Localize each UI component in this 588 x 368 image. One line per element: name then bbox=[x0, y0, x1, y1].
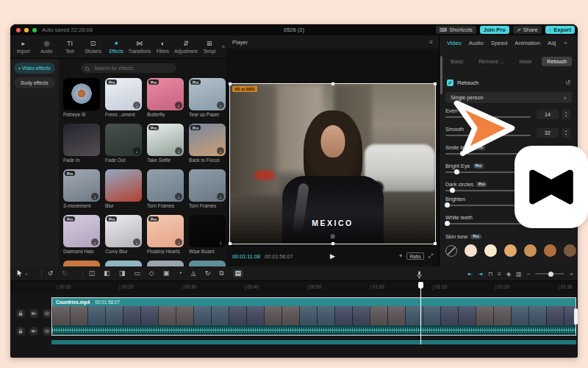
download-icon[interactable]: ↓ bbox=[217, 238, 224, 246]
zoom-in-button[interactable]: + bbox=[570, 271, 573, 277]
download-icon[interactable]: ↓ bbox=[175, 238, 182, 246]
tab-transitions[interactable]: ⋈Transitions bbox=[128, 40, 151, 54]
export-button[interactable]: ↑ Export bbox=[545, 26, 575, 34]
clip-trim-handle[interactable] bbox=[574, 308, 578, 325]
undo-button[interactable]: ↺ bbox=[48, 270, 54, 277]
effect-card[interactable]: ↓Fade Out bbox=[105, 124, 142, 166]
tab-adjustment[interactable]: ⇵Adjustment bbox=[174, 40, 198, 54]
slider-value[interactable]: 14 bbox=[537, 110, 559, 119]
inspector-tab-video[interactable]: Video bbox=[447, 40, 462, 46]
linking-button[interactable]: ≡ bbox=[498, 271, 501, 277]
play-button[interactable]: ▶ bbox=[330, 252, 335, 260]
effect-card[interactable]: Pro↓S-movement bbox=[63, 169, 100, 212]
fullscreen-icon[interactable]: ⤢ bbox=[429, 252, 433, 260]
download-icon[interactable]: ↓ bbox=[175, 102, 182, 109]
tab-templ[interactable]: ⊞Templ bbox=[198, 40, 221, 54]
effect-card[interactable]: Pro↓Tear up Paper bbox=[189, 78, 226, 121]
category-body-effects[interactable]: Body effects bbox=[14, 77, 55, 88]
zoom-slider-thumb[interactable] bbox=[548, 272, 553, 277]
preview-axis-button[interactable]: ▥ bbox=[516, 271, 522, 277]
slider-thumb[interactable] bbox=[454, 169, 459, 174]
search-input[interactable] bbox=[93, 65, 173, 71]
subtab-remove[interactable]: Remove ... bbox=[473, 57, 509, 66]
tab-stickers[interactable]: ⊡Stickers bbox=[82, 40, 105, 54]
microphone-icon[interactable] bbox=[416, 269, 423, 282]
delete-left-button[interactable]: ⇤ bbox=[468, 271, 473, 277]
download-icon[interactable]: ↓ bbox=[217, 102, 224, 109]
trim-right-tool[interactable]: ◨ bbox=[119, 270, 126, 277]
effect-card-partial[interactable] bbox=[189, 261, 226, 266]
retouch-checkbox[interactable]: ✓ bbox=[447, 79, 453, 86]
minimize-window-button[interactable] bbox=[24, 28, 29, 32]
lock-track-icon[interactable] bbox=[16, 309, 25, 318]
tab-text[interactable]: TIText bbox=[58, 40, 82, 54]
stepper-down-icon[interactable]: ▼ bbox=[564, 133, 567, 136]
download-icon[interactable]: ↓ bbox=[133, 238, 140, 246]
effect-card[interactable]: Pro↓Diamond Halo bbox=[63, 215, 100, 258]
skin-tone-swatch[interactable] bbox=[504, 244, 517, 257]
crop-tool[interactable]: ⧉ bbox=[219, 270, 223, 277]
effect-card[interactable]: Pro↓Freez...oment bbox=[105, 78, 142, 121]
reset-icon[interactable]: ↺ bbox=[565, 79, 570, 86]
effect-card[interactable]: ↓Torn Frames bbox=[147, 169, 184, 212]
join-pro-button[interactable]: Join Pro bbox=[480, 26, 509, 34]
redo-button[interactable]: ↻ bbox=[62, 270, 68, 277]
effect-card[interactable]: Pro↓Butterfly bbox=[147, 78, 184, 121]
value-stepper[interactable]: ▲▼ bbox=[562, 110, 570, 119]
download-icon[interactable]: ↓ bbox=[217, 147, 224, 155]
effect-card[interactable]: ↓Torn Frames bbox=[189, 169, 226, 212]
subtab-mask[interactable]: Mask bbox=[514, 57, 537, 66]
zoom-out-button[interactable]: − bbox=[527, 271, 531, 277]
mask-tool[interactable]: ◇ bbox=[149, 270, 154, 277]
overlay-tool[interactable]: ▣ bbox=[163, 270, 170, 277]
snapping-button[interactable]: ◈ bbox=[506, 271, 511, 277]
preview-quality-icon[interactable]: ⌖ bbox=[399, 252, 403, 260]
skin-tone-none-swatch[interactable] bbox=[445, 245, 457, 257]
tab-import[interactable]: ▸Import bbox=[12, 40, 35, 54]
record-tool[interactable]: ▤ bbox=[233, 269, 244, 277]
download-icon[interactable]: ↓ bbox=[91, 193, 98, 200]
download-icon[interactable]: ↓ bbox=[91, 238, 98, 246]
slider-thumb[interactable] bbox=[445, 202, 450, 208]
tab-audio[interactable]: ◎Audio bbox=[35, 40, 59, 54]
magnet-button[interactable]: ⊓ bbox=[488, 271, 492, 277]
cursor-tool-caret-icon[interactable]: ∨ bbox=[25, 272, 28, 276]
tab-filters[interactable]: ◐Filters bbox=[151, 40, 175, 54]
more-tabs-icon[interactable]: » bbox=[221, 43, 224, 50]
subtab-basic[interactable]: Basic bbox=[445, 57, 469, 66]
slider-thumb[interactable] bbox=[445, 221, 450, 226]
effect-card[interactable]: Blur bbox=[105, 169, 142, 212]
inspector-tab-adj[interactable]: Adj bbox=[548, 40, 556, 46]
timeline-zoom-slider[interactable] bbox=[535, 273, 564, 275]
lock-track-icon[interactable] bbox=[16, 327, 25, 336]
download-icon[interactable]: ↓ bbox=[133, 102, 140, 109]
maximize-window-button[interactable] bbox=[32, 28, 37, 32]
ratio-button[interactable]: Ratio bbox=[406, 252, 423, 260]
player-menu-icon[interactable]: ≡ bbox=[429, 39, 433, 46]
trim-left-tool[interactable]: ◧ bbox=[104, 270, 110, 277]
effect-card[interactable]: ↓Wipe Board bbox=[189, 215, 226, 258]
mute-track-icon[interactable] bbox=[29, 327, 38, 336]
mute-track-icon[interactable] bbox=[29, 309, 38, 318]
effect-card[interactable]: Fisheye III bbox=[63, 78, 100, 121]
inspector-tab-animation[interactable]: Animation bbox=[514, 40, 540, 46]
inspector-tab-audio[interactable]: Audio bbox=[469, 40, 484, 46]
effect-card[interactable]: Pro↓Back to Focus bbox=[189, 124, 226, 166]
video-preview[interactable]: AD at 0003 MEXICO ⊗ bbox=[229, 83, 436, 244]
skin-tone-swatch[interactable] bbox=[544, 244, 556, 257]
tab-effects[interactable]: ✶Effects bbox=[104, 40, 128, 54]
category-video-effects[interactable]: Video effects bbox=[14, 63, 55, 74]
split-tool[interactable]: ◫ bbox=[89, 270, 96, 277]
caption-text[interactable]: MEXICO bbox=[230, 219, 435, 227]
delete-right-button[interactable]: ⇥ bbox=[478, 271, 483, 277]
timeline-ruler[interactable]: | 00:10| 00:20| 00:30| 00:40| 00:50| 01:… bbox=[10, 282, 578, 294]
delete-tool[interactable]: ▭ bbox=[134, 270, 140, 277]
effect-card[interactable]: Fade In bbox=[63, 124, 100, 166]
slider-white-teeth[interactable] bbox=[445, 223, 531, 224]
video-clip[interactable]: Countries.mp4 00:01:58:07 bbox=[51, 297, 576, 336]
download-icon[interactable]: ↓ bbox=[175, 147, 182, 155]
hide-track-icon[interactable] bbox=[43, 327, 51, 336]
reverse-tool[interactable]: ↻ bbox=[205, 270, 211, 277]
keyframe-tool[interactable]: ◬ bbox=[191, 270, 196, 277]
skin-tone-swatch[interactable] bbox=[465, 244, 477, 257]
